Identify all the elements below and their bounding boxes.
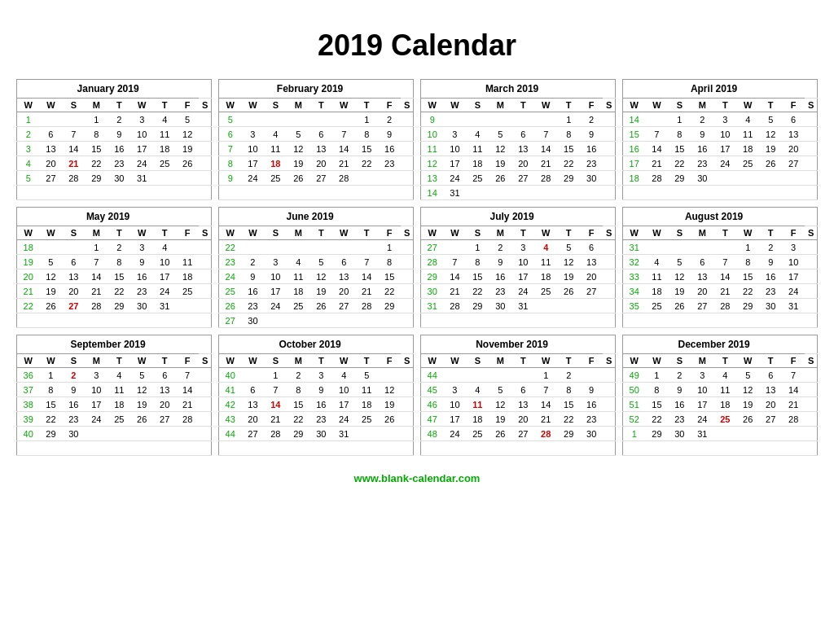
day-cell[interactable]: 26 <box>130 412 153 427</box>
day-cell[interactable]: 30 <box>580 427 603 441</box>
day-cell[interactable]: 5 <box>176 112 199 127</box>
day-cell[interactable]: 4 <box>332 368 355 383</box>
day-cell[interactable]: 6 <box>759 368 782 383</box>
day-cell[interactable]: 18 <box>108 397 130 412</box>
day-cell[interactable]: 4 <box>713 368 736 383</box>
day-cell[interactable]: 3 <box>443 383 466 397</box>
day-cell[interactable]: 11 <box>534 255 557 269</box>
day-cell[interactable]: 12 <box>176 127 199 142</box>
day-cell[interactable]: 25 <box>466 171 489 186</box>
day-cell[interactable]: 8 <box>557 127 580 142</box>
day-cell[interactable]: 17 <box>85 397 108 412</box>
day-cell[interactable] <box>355 441 378 456</box>
day-cell[interactable]: 13 <box>580 255 603 269</box>
day-cell[interactable]: 6 <box>782 112 805 127</box>
day-cell[interactable]: 7 <box>713 255 736 269</box>
day-cell[interactable]: 16 <box>580 142 603 156</box>
day-cell[interactable] <box>332 112 355 127</box>
day-cell[interactable]: 25 <box>736 156 759 171</box>
day-cell[interactable]: 22 <box>378 284 401 299</box>
day-cell[interactable] <box>85 313 108 328</box>
day-cell[interactable]: 14 <box>713 269 736 284</box>
day-cell[interactable] <box>108 427 130 441</box>
day-cell[interactable]: 19 <box>759 142 782 156</box>
day-cell[interactable] <box>62 240 85 255</box>
day-cell[interactable]: 6 <box>691 255 713 269</box>
day-cell[interactable]: 7 <box>443 255 466 269</box>
day-cell[interactable]: 28 <box>443 299 466 313</box>
day-cell[interactable] <box>668 240 691 255</box>
day-cell[interactable]: 15 <box>355 142 378 156</box>
day-cell[interactable]: 6 <box>62 255 85 269</box>
day-cell[interactable]: 31 <box>332 427 355 441</box>
day-cell[interactable]: 9 <box>668 383 691 397</box>
day-cell[interactable]: 8 <box>668 127 691 142</box>
day-cell[interactable]: 16 <box>108 142 130 156</box>
day-cell[interactable]: 2 <box>62 368 85 383</box>
day-cell[interactable]: 25 <box>264 171 287 186</box>
day-cell[interactable]: 1 <box>645 368 668 383</box>
day-cell[interactable]: 23 <box>62 412 85 427</box>
day-cell[interactable] <box>782 441 805 456</box>
day-cell[interactable]: 3 <box>85 368 108 383</box>
day-cell[interactable] <box>691 240 713 255</box>
day-cell[interactable]: 28 <box>782 412 805 427</box>
day-cell[interactable]: 5 <box>557 240 580 255</box>
day-cell[interactable]: 28 <box>355 299 378 313</box>
day-cell[interactable] <box>332 240 355 255</box>
day-cell[interactable]: 22 <box>39 412 62 427</box>
day-cell[interactable]: 11 <box>287 269 309 284</box>
day-cell[interactable]: 17 <box>511 269 534 284</box>
day-cell[interactable]: 8 <box>645 383 668 397</box>
day-cell[interactable]: 23 <box>759 284 782 299</box>
day-cell[interactable]: 28 <box>534 171 557 186</box>
day-cell[interactable]: 30 <box>108 171 130 186</box>
day-cell[interactable]: 28 <box>176 412 199 427</box>
day-cell[interactable]: 30 <box>309 427 332 441</box>
day-cell[interactable]: 20 <box>153 397 176 412</box>
day-cell[interactable]: 21 <box>534 412 557 427</box>
day-cell[interactable]: 8 <box>557 383 580 397</box>
day-cell[interactable]: 11 <box>736 127 759 142</box>
day-cell[interactable]: 23 <box>241 299 264 313</box>
day-cell[interactable]: 31 <box>511 299 534 313</box>
day-cell[interactable]: 29 <box>85 171 108 186</box>
day-cell[interactable]: 14 <box>85 269 108 284</box>
day-cell[interactable] <box>176 441 199 456</box>
day-cell[interactable] <box>691 441 713 456</box>
day-cell[interactable]: 27 <box>39 171 62 186</box>
day-cell[interactable]: 29 <box>645 427 668 441</box>
day-cell[interactable]: 23 <box>378 156 401 171</box>
day-cell[interactable]: 2 <box>378 112 401 127</box>
day-cell[interactable]: 10 <box>85 383 108 397</box>
day-cell[interactable] <box>378 186 401 200</box>
day-cell[interactable]: 29 <box>736 299 759 313</box>
day-cell[interactable]: 1 <box>39 368 62 383</box>
day-cell[interactable]: 27 <box>511 427 534 441</box>
day-cell[interactable]: 4 <box>153 240 176 255</box>
day-cell[interactable]: 29 <box>557 171 580 186</box>
day-cell[interactable]: 23 <box>580 412 603 427</box>
day-cell[interactable]: 15 <box>108 269 130 284</box>
day-cell[interactable] <box>108 313 130 328</box>
day-cell[interactable]: 23 <box>489 284 511 299</box>
day-cell[interactable]: 9 <box>759 255 782 269</box>
day-cell[interactable] <box>511 313 534 328</box>
day-cell[interactable] <box>309 186 332 200</box>
day-cell[interactable]: 2 <box>759 240 782 255</box>
day-cell[interactable]: 29 <box>108 299 130 313</box>
day-cell[interactable]: 11 <box>153 127 176 142</box>
day-cell[interactable]: 18 <box>355 397 378 412</box>
day-cell[interactable]: 19 <box>287 156 309 171</box>
day-cell[interactable]: 2 <box>489 240 511 255</box>
day-cell[interactable] <box>176 299 199 313</box>
day-cell[interactable]: 10 <box>511 255 534 269</box>
day-cell[interactable]: 13 <box>62 269 85 284</box>
day-cell[interactable]: 4 <box>287 255 309 269</box>
day-cell[interactable]: 23 <box>691 156 713 171</box>
day-cell[interactable] <box>759 186 782 200</box>
day-cell[interactable]: 11 <box>264 142 287 156</box>
day-cell[interactable]: 18 <box>264 156 287 171</box>
day-cell[interactable]: 18 <box>176 269 199 284</box>
day-cell[interactable]: 14 <box>332 142 355 156</box>
